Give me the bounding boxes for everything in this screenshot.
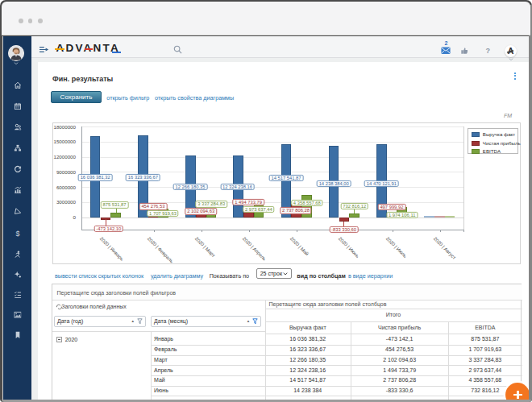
svg-text:$: $ (15, 230, 19, 237)
